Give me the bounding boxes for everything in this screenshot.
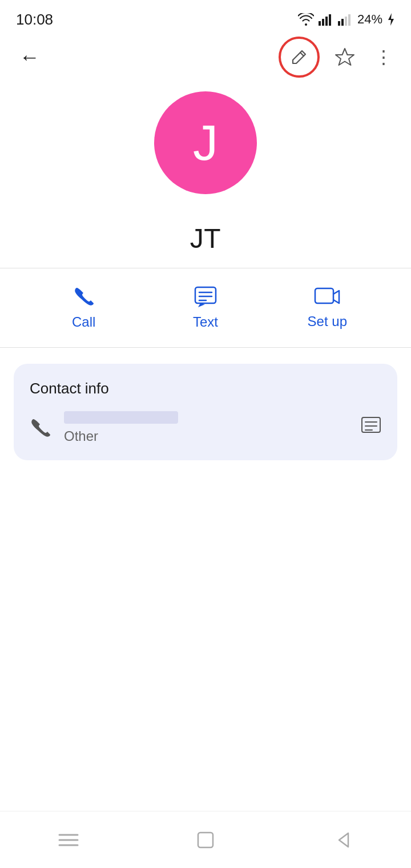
nav-home-button[interactable] (183, 823, 228, 857)
call-icon (72, 286, 95, 308)
avatar-section: J (0, 80, 411, 211)
svg-rect-14 (315, 288, 333, 303)
svg-rect-5 (341, 19, 344, 26)
pencil-icon (291, 49, 308, 66)
svg-rect-7 (348, 14, 350, 26)
svg-marker-8 (388, 13, 394, 26)
back-button[interactable]: ← (14, 41, 46, 73)
avatar: J (154, 91, 257, 194)
avatar-initial: J (193, 114, 218, 172)
svg-rect-3 (329, 14, 331, 26)
contact-name: JT (190, 223, 221, 254)
svg-marker-23 (339, 833, 348, 847)
call-label: Call (72, 314, 95, 330)
contact-phone-row: Other (30, 411, 381, 444)
app-bar-left: ← (14, 41, 46, 73)
svg-rect-2 (325, 17, 328, 26)
star-button[interactable] (329, 41, 361, 73)
sms-icon (361, 416, 381, 437)
svg-rect-22 (198, 833, 213, 847)
edit-button[interactable] (283, 41, 315, 73)
status-icons: 24% (298, 12, 395, 27)
text-icon (194, 286, 217, 308)
status-time: 10:08 (16, 11, 53, 29)
back-arrow-icon: ← (19, 45, 40, 69)
menu-icon (58, 832, 79, 848)
action-row: Call Text Set up (0, 268, 411, 348)
call-action[interactable]: Call (50, 286, 118, 330)
more-options-icon: ⋮ (374, 46, 393, 68)
text-action[interactable]: Text (171, 286, 240, 330)
edit-button-wrapper (279, 37, 320, 78)
app-bar-right: ⋮ (279, 37, 397, 78)
home-square-icon (196, 831, 215, 849)
nav-bar (0, 811, 411, 868)
svg-rect-1 (322, 19, 324, 26)
svg-rect-6 (345, 17, 347, 26)
nav-back-button[interactable] (320, 823, 365, 857)
phone-info: Other (64, 411, 178, 444)
phone-left: Other (30, 411, 178, 444)
wifi-icon (298, 13, 314, 26)
signal-icon-1 (319, 13, 333, 26)
battery-text: 24% (357, 12, 382, 27)
setup-icon (314, 286, 340, 308)
nav-menu-button[interactable] (46, 823, 91, 857)
svg-rect-0 (319, 21, 321, 26)
sms-button[interactable] (361, 416, 381, 439)
status-bar: 10:08 24% (0, 0, 411, 34)
phone-label: Other (64, 428, 178, 444)
battery-charging-icon (387, 13, 395, 26)
setup-label: Set up (308, 314, 347, 329)
star-icon (335, 47, 355, 67)
more-options-button[interactable]: ⋮ (370, 41, 397, 73)
text-label: Text (193, 314, 218, 330)
phone-number-bar (64, 411, 178, 424)
contact-info-card: Contact info Other (14, 364, 397, 460)
phone-icon (30, 417, 50, 438)
contact-name-section: JT (0, 211, 411, 268)
app-bar: ← ⋮ (0, 34, 411, 80)
nav-back-icon (335, 831, 350, 849)
signal-icon-2 (338, 13, 353, 26)
svg-rect-4 (338, 21, 340, 26)
contact-info-title: Contact info (30, 380, 381, 397)
svg-marker-9 (336, 49, 354, 65)
setup-action[interactable]: Set up (293, 286, 361, 329)
